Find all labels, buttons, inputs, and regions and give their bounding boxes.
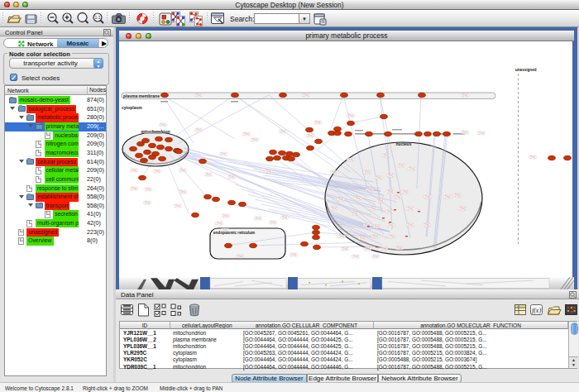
svg-text:[Yxx]: [Yxx]	[365, 247, 370, 251]
svg-text:[Yxx]: [Yxx]	[387, 210, 392, 213]
svg-text:[Yxx]: [Yxx]	[395, 195, 400, 198]
svg-text:[Yxx]: [Yxx]	[352, 212, 357, 215]
svg-text:[Yxx]: [Yxx]	[479, 131, 484, 135]
svg-text:nucleus: nucleus	[396, 141, 412, 146]
svg-text:unassigned: unassigned	[515, 68, 537, 72]
svg-text:[Yxx]: [Yxx]	[315, 121, 320, 124]
svg-text:[Yxx]: [Yxx]	[388, 190, 393, 194]
svg-text:[Yxx]: [Yxx]	[223, 228, 227, 232]
svg-text:[Yxx]: [Yxx]	[332, 170, 337, 174]
svg-text:[Yxx]: [Yxx]	[256, 217, 261, 220]
svg-text:[Yxx]: [Yxx]	[160, 123, 165, 127]
svg-text:[Yxx]: [Yxx]	[384, 154, 389, 157]
svg-text:1:1: 1:1	[95, 15, 101, 20]
svg-text:[Yxx]: [Yxx]	[397, 246, 402, 250]
svg-text:[Yxx]: [Yxx]	[304, 93, 309, 97]
svg-text:[Yxx]: [Yxx]	[462, 93, 467, 97]
svg-text:[Yxx]: [Yxx]	[342, 247, 347, 251]
svg-text:[Yxx]: [Yxx]	[462, 131, 467, 134]
svg-text:[Yxx]: [Yxx]	[371, 207, 376, 210]
svg-text:[Yxx]: [Yxx]	[332, 207, 337, 210]
svg-text:[Yxx]: [Yxx]	[339, 235, 344, 238]
svg-text:[Yxx]: [Yxx]	[445, 195, 450, 198]
svg-text:[Yxx]: [Yxx]	[348, 114, 353, 117]
svg-text:[Yxx]: [Yxx]	[180, 169, 185, 172]
svg-text:[Yxx]: [Yxx]	[270, 221, 275, 224]
svg-text:[Yxx]: [Yxx]	[175, 204, 180, 208]
svg-text:plasma membrane: plasma membrane	[123, 93, 160, 98]
svg-text:[Yxx]: [Yxx]	[378, 199, 383, 203]
svg-text:[Yxx]: [Yxx]	[145, 201, 150, 204]
svg-text:[Yxx]: [Yxx]	[338, 198, 343, 201]
svg-text:[Yxx]: [Yxx]	[223, 214, 228, 218]
svg-text:[Yxx]: [Yxx]	[360, 237, 365, 240]
svg-text:endoplasmic reticulum: endoplasmic reticulum	[213, 231, 255, 235]
svg-text:[Yxx]: [Yxx]	[146, 188, 151, 191]
svg-text:[Yxx]: [Yxx]	[132, 187, 136, 190]
svg-text:[Yxx]: [Yxx]	[388, 223, 393, 227]
svg-text:[Yxx]: [Yxx]	[373, 255, 378, 258]
svg-text:[Yxx]: [Yxx]	[376, 176, 381, 179]
svg-text:[Yxx]: [Yxx]	[217, 222, 222, 225]
svg-text:[Yxx]: [Yxx]	[196, 128, 201, 131]
svg-text:[Yxx]: [Yxx]	[424, 223, 429, 227]
svg-text:[Yxx]: [Yxx]	[390, 235, 395, 238]
svg-text:[Yxx]: [Yxx]	[196, 93, 201, 97]
svg-text:[Yxx]: [Yxx]	[244, 132, 249, 136]
svg-text:[Yxx]: [Yxx]	[373, 235, 378, 238]
svg-text:[Yxx]: [Yxx]	[375, 225, 380, 228]
svg-text:[Yxx]: [Yxx]	[356, 197, 361, 200]
svg-text:[Yxx]: [Yxx]	[409, 167, 414, 170]
svg-text:[Yxx]: [Yxx]	[229, 175, 234, 179]
svg-text:cytoplasm: cytoplasm	[122, 105, 142, 110]
svg-text:[Yxx]: [Yxx]	[180, 190, 185, 194]
svg-text:[Yxx]: [Yxx]	[530, 155, 535, 159]
svg-text:[Yxx]: [Yxx]	[252, 138, 257, 141]
svg-text:[Yxx]: [Yxx]	[206, 173, 211, 176]
svg-text:[Yxx]: [Yxx]	[388, 174, 393, 177]
svg-text:[Yxx]: [Yxx]	[460, 207, 465, 210]
svg-text:[Yxx]: [Yxx]	[282, 216, 287, 219]
svg-text:[Yxx]: [Yxx]	[221, 152, 226, 155]
svg-text:[Yxx]: [Yxx]	[280, 130, 285, 133]
svg-text:[Yxx]: [Yxx]	[381, 247, 386, 251]
svg-text:[Yxx]: [Yxx]	[291, 253, 296, 256]
svg-text:[Yxx]: [Yxx]	[353, 255, 358, 258]
svg-text:[Yxx]: [Yxx]	[365, 170, 370, 174]
svg-text:[Yxx]: [Yxx]	[403, 190, 408, 194]
svg-text:[Yxx]: [Yxx]	[155, 170, 160, 173]
svg-text:[Yxx]: [Yxx]	[237, 255, 242, 258]
svg-text:[Yxx]: [Yxx]	[425, 195, 430, 198]
svg-text:[Yxx]: [Yxx]	[367, 188, 372, 191]
svg-text:[Yxx]: [Yxx]	[455, 194, 460, 197]
svg-text:[Yxx]: [Yxx]	[408, 207, 413, 210]
svg-text:f(x): f(x)	[532, 307, 541, 314]
svg-text:[Yxx]: [Yxx]	[399, 164, 404, 167]
svg-text:[Yxx]: [Yxx]	[308, 134, 313, 137]
svg-text:[Yxx]: [Yxx]	[408, 223, 413, 227]
svg-text:[Yxx]: [Yxx]	[266, 170, 271, 173]
svg-text:[Yxx]: [Yxx]	[132, 169, 136, 172]
svg-text:[Yxx]: [Yxx]	[348, 158, 353, 161]
